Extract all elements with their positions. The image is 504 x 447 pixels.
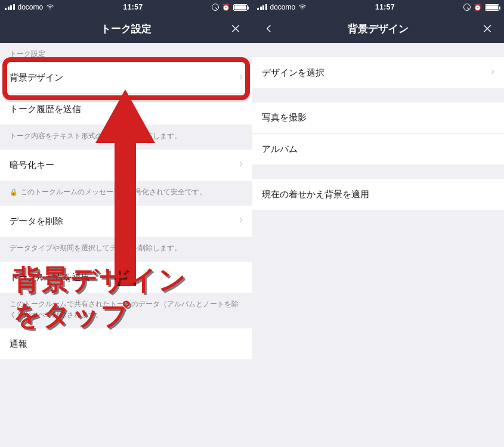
phone-left: docomo 11:57 ⏰ トーク設定 トーク設定 背景デザイン トーク履歴を… <box>0 0 252 447</box>
nav-header: トーク設定 <box>0 14 252 43</box>
row-label: 通報 <box>10 339 27 350</box>
chevron-right-icon <box>237 216 245 226</box>
helper-leave: このトークルームで共有されたトークのデータ（アルバムとノートを除く）がすべて削除… <box>0 293 252 328</box>
row-select-design[interactable]: デザインを選択 <box>252 57 504 88</box>
status-right: ⏰ <box>463 4 499 11</box>
spacer <box>252 43 504 57</box>
phone-right: docomo 11:57 ⏰ 背景デザイン デザインを選択 <box>252 0 504 447</box>
row-album[interactable]: アルバム <box>252 134 504 164</box>
row-apply-current-theme[interactable]: 現在の着せかえ背景を適用 <box>252 179 504 210</box>
alarm-icon: ⏰ <box>474 4 482 11</box>
chevron-right-icon <box>237 160 245 170</box>
row-label: トーク履歴を送信 <box>10 104 81 115</box>
status-left: docomo <box>257 3 307 11</box>
status-bar: docomo 11:57 ⏰ <box>252 0 504 14</box>
rotation-lock-icon <box>212 4 219 11</box>
lock-icon: 🔒 <box>10 188 18 195</box>
section-label: トーク設定 <box>0 43 252 63</box>
page-title: 背景デザイン <box>348 22 409 36</box>
row-label: データを削除 <box>10 216 63 227</box>
carrier-label: docomo <box>18 3 44 11</box>
status-time: 11:57 <box>375 3 395 11</box>
page-title: トーク設定 <box>101 22 151 36</box>
nav-header: 背景デザイン <box>252 14 504 43</box>
row-leave-room[interactable]: トークルームを退出 <box>0 262 252 293</box>
close-icon <box>481 23 493 35</box>
rotation-lock-icon <box>463 4 471 11</box>
row-label: 暗号化キー <box>10 160 54 171</box>
spacer <box>252 164 504 179</box>
chevron-left-icon <box>263 23 275 35</box>
close-button[interactable] <box>473 14 502 43</box>
status-right: ⏰ <box>212 4 248 11</box>
row-take-photo[interactable]: 写真を撮影 <box>252 103 504 134</box>
carrier-label: docomo <box>270 3 296 11</box>
wifi-icon <box>298 3 307 11</box>
wifi-icon <box>46 3 54 11</box>
status-left: docomo <box>5 3 54 11</box>
row-label: 写真を撮影 <box>262 112 307 123</box>
close-icon <box>230 23 242 35</box>
back-button[interactable] <box>255 14 283 43</box>
battery-icon <box>233 4 248 11</box>
row-label: アルバム <box>262 144 298 155</box>
close-button[interactable] <box>221 14 250 43</box>
row-label: トークルームを退出 <box>10 272 90 283</box>
row-send-history[interactable]: トーク履歴を送信 <box>0 94 252 125</box>
row-report[interactable]: 通報 <box>0 328 252 359</box>
row-label: 現在の着せかえ背景を適用 <box>262 189 369 200</box>
signal-icon <box>257 4 267 10</box>
row-background-design[interactable]: 背景デザイン <box>0 63 252 94</box>
status-time: 11:57 <box>123 3 143 11</box>
helper-delete: データタイプや期間を選択してデータを削除します。 <box>0 237 252 262</box>
chevron-right-icon <box>488 68 497 78</box>
alarm-icon: ⏰ <box>222 4 230 11</box>
row-delete-data[interactable]: データを削除 <box>0 206 252 237</box>
helper-encryption: 🔒このトークルームのメッセージは暗号化されて安全です。 <box>0 181 252 206</box>
status-bar: docomo 11:57 ⏰ <box>0 0 252 14</box>
signal-icon <box>5 4 15 10</box>
helper-text: このトークルームのメッセージは暗号化されて安全です。 <box>20 188 206 196</box>
row-label: デザインを選択 <box>262 67 324 79</box>
stage: docomo 11:57 ⏰ トーク設定 トーク設定 背景デザイン トーク履歴を… <box>0 0 504 447</box>
row-label: 背景デザイン <box>10 72 63 83</box>
battery-icon <box>485 4 499 11</box>
spacer <box>252 88 504 103</box>
row-encryption-key[interactable]: 暗号化キー <box>0 150 252 181</box>
helper-send-history: トーク内容をテキスト形式のファイルで送信します。 <box>0 125 252 150</box>
chevron-right-icon <box>237 73 245 83</box>
